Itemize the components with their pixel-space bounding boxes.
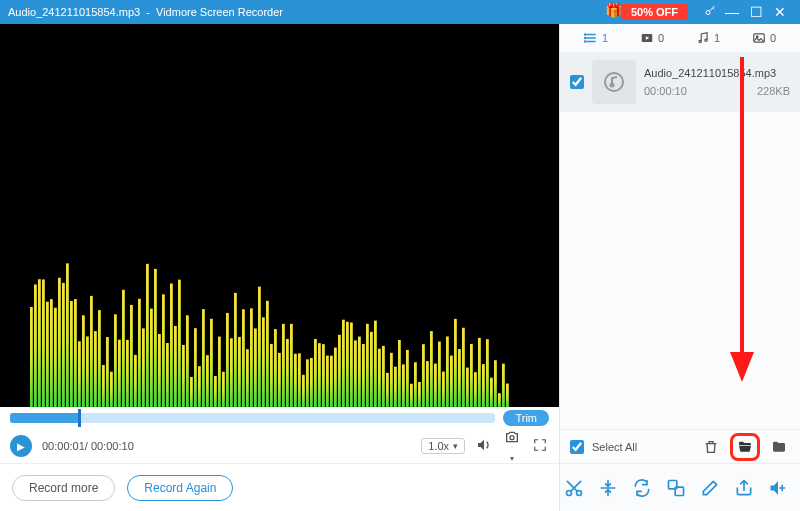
preview-panel: Trim ▶ 00:00:01/ 00:00:10 1.0x ▾ ▾: [0, 24, 560, 511]
svg-point-11: [611, 84, 614, 87]
filter-audio[interactable]: 1: [696, 31, 720, 45]
volume-tool-icon[interactable]: [768, 475, 788, 501]
svg-point-3: [585, 37, 586, 38]
history-panel: 1 0 1 0 Audio_24121101585: [560, 24, 800, 511]
time-display: 00:00:01/ 00:00:10: [42, 440, 134, 452]
svg-point-10: [605, 73, 623, 91]
title-appname: Vidmore Screen Recorder: [156, 6, 283, 18]
play-button[interactable]: ▶: [10, 435, 32, 457]
maximize-button[interactable]: ☐: [744, 4, 768, 20]
svg-point-7: [705, 39, 707, 41]
speed-selector[interactable]: 1.0x ▾: [421, 438, 465, 454]
file-name: Audio_241211015854.mp3: [644, 67, 790, 79]
volume-icon[interactable]: [475, 437, 493, 456]
snapshot-icon[interactable]: ▾: [503, 429, 521, 464]
title-filename: Audio_241211015854.mp3: [8, 6, 140, 18]
svg-point-2: [585, 34, 586, 35]
file-meta: Audio_241211015854.mp3 00:00:10 228KB: [644, 67, 790, 97]
fullscreen-icon[interactable]: [531, 438, 549, 455]
filter-row: 1 0 1 0: [560, 24, 800, 52]
filter-video[interactable]: 0: [640, 31, 664, 45]
record-again-button[interactable]: Record Again: [127, 475, 233, 501]
chevron-down-icon: ▾: [453, 441, 458, 451]
waveform-preview: [0, 24, 559, 407]
seek-track[interactable]: [10, 413, 495, 423]
filter-image-count: 0: [770, 32, 776, 44]
open-folder-icon[interactable]: [730, 433, 760, 461]
select-all-row: Select All: [560, 429, 800, 463]
titlebar: Audio_241211015854.mp3 - Vidmore Screen …: [0, 0, 800, 24]
convert-tool-icon[interactable]: [632, 475, 652, 501]
select-all-checkbox[interactable]: [570, 440, 584, 454]
filter-video-count: 0: [658, 32, 664, 44]
time-current: 00:00:01: [42, 440, 85, 452]
svg-point-1: [510, 435, 514, 439]
select-all-label: Select All: [592, 441, 637, 453]
time-total: 00:00:10: [91, 440, 134, 452]
record-more-button[interactable]: Record more: [12, 475, 115, 501]
edit-tool-icon[interactable]: [700, 475, 720, 501]
seek-progress: [10, 413, 78, 423]
tool-row: [560, 463, 800, 511]
playback-controls: ▶ 00:00:01/ 00:00:10 1.0x ▾ ▾: [0, 429, 559, 463]
file-checkbox[interactable]: [570, 75, 584, 89]
filter-list[interactable]: 1: [584, 31, 608, 45]
seek-bar-row: Trim: [0, 407, 559, 429]
compress-tool-icon[interactable]: [598, 475, 618, 501]
filter-image[interactable]: 0: [752, 31, 776, 45]
promo-badge[interactable]: 50% OFF: [621, 4, 688, 20]
file-thumbnail: [592, 60, 636, 104]
folder-icon[interactable]: [768, 436, 790, 458]
filter-audio-count: 1: [714, 32, 720, 44]
filter-list-count: 1: [602, 32, 608, 44]
file-list: Audio_241211015854.mp3 00:00:10 228KB: [560, 52, 800, 429]
record-row: Record more Record Again: [0, 463, 559, 511]
minimize-button[interactable]: —: [720, 4, 744, 20]
file-size: 228KB: [757, 85, 790, 97]
file-duration: 00:00:10: [644, 85, 687, 97]
svg-point-4: [585, 41, 586, 42]
trim-tool-icon[interactable]: [564, 475, 584, 501]
svg-point-6: [699, 40, 701, 42]
key-icon[interactable]: [700, 5, 720, 19]
seek-thumb[interactable]: [78, 409, 81, 427]
file-item[interactable]: Audio_241211015854.mp3 00:00:10 228KB: [560, 52, 800, 112]
speed-value: 1.0x: [428, 440, 449, 452]
close-button[interactable]: ✕: [768, 4, 792, 20]
trim-button[interactable]: Trim: [503, 410, 549, 426]
delete-icon[interactable]: [700, 436, 722, 458]
share-tool-icon[interactable]: [734, 475, 754, 501]
merge-tool-icon[interactable]: [666, 475, 686, 501]
window-title: Audio_241211015854.mp3 - Vidmore Screen …: [8, 6, 621, 18]
